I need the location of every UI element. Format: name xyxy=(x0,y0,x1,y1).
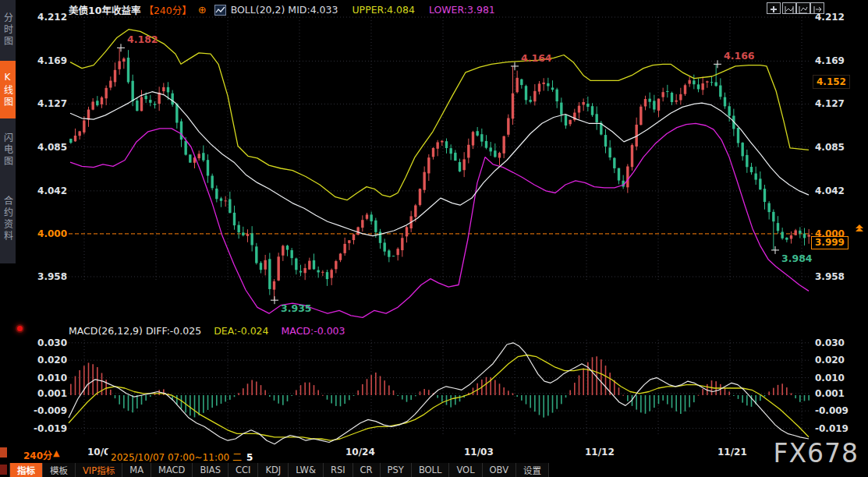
scroll-left-marker[interactable] xyxy=(0,447,7,458)
current-price-box: 3.999 xyxy=(811,236,849,249)
status-period-label: 240分 xyxy=(23,448,52,461)
session-tooltip: 2025/10/07 07:00~11:00 二5 xyxy=(108,449,256,464)
session-count-label: 5 xyxy=(246,452,253,463)
macd-diff-label: MACD(26,12,9) DIFF:-0.025 xyxy=(69,325,201,337)
svg-text:3.935: 3.935 xyxy=(281,302,312,314)
toolbar-item-13[interactable]: VOL xyxy=(449,463,482,477)
macd-macd-label: MACD:-0.003 xyxy=(282,325,345,337)
svg-text:4.182: 4.182 xyxy=(127,34,158,45)
watermark: FX678 xyxy=(773,438,859,468)
toolbar-item-9[interactable]: RSI xyxy=(324,463,353,477)
bottom-toolbar: 指标模板VIP指标MAMACDBIASCCIKDJLW&RSICRPSYBOLL… xyxy=(9,463,549,477)
toolbar-item-12[interactable]: BOLL xyxy=(412,463,450,477)
toolbar-item-4[interactable]: MACD xyxy=(151,463,193,477)
toolbar-item-7[interactable]: KDJ xyxy=(258,463,289,477)
toolbar-item-2[interactable]: VIP指标 xyxy=(76,463,122,477)
toolbar-item-11[interactable]: PSY xyxy=(381,463,412,477)
macd-dea-label: DEA:-0.024 xyxy=(214,325,268,337)
svg-text:3.984: 3.984 xyxy=(781,253,813,264)
toolbar-item-1[interactable]: 模板 xyxy=(43,463,76,477)
svg-text:4.164: 4.164 xyxy=(521,52,552,64)
session-time-label: 2025/10/07 07:00~11:00 二 xyxy=(111,452,242,463)
toolbar-item-8[interactable]: LW& xyxy=(289,463,324,477)
alert-dot-icon[interactable] xyxy=(17,326,23,331)
toolbar-left-marker[interactable] xyxy=(0,465,7,475)
svg-text:4.166: 4.166 xyxy=(724,50,755,62)
toolbar-item-5[interactable]: BIAS xyxy=(193,463,228,477)
toolbar-item-10[interactable]: CR xyxy=(353,463,381,477)
chart-canvas[interactable]: 4.1824.1644.1663.9353.984 xyxy=(0,0,868,477)
toolbar-item-6[interactable]: CCI xyxy=(229,463,258,477)
toolbar-item-14[interactable]: OBV xyxy=(483,463,516,477)
toolbar-item-3[interactable]: MA xyxy=(122,463,151,477)
macd-header: MACD(26,12,9) DIFF:-0.025DEA:-0.024MACD:… xyxy=(69,325,345,337)
toolbar-item-0[interactable]: 指标 xyxy=(9,463,43,477)
status-up-arrow-icon[interactable]: ▲ xyxy=(53,448,59,458)
settlement-price-label: 4.152 xyxy=(813,75,850,89)
price-marker-arrow-icon xyxy=(855,224,864,234)
toolbar-item-15[interactable]: 设置 xyxy=(516,463,549,477)
